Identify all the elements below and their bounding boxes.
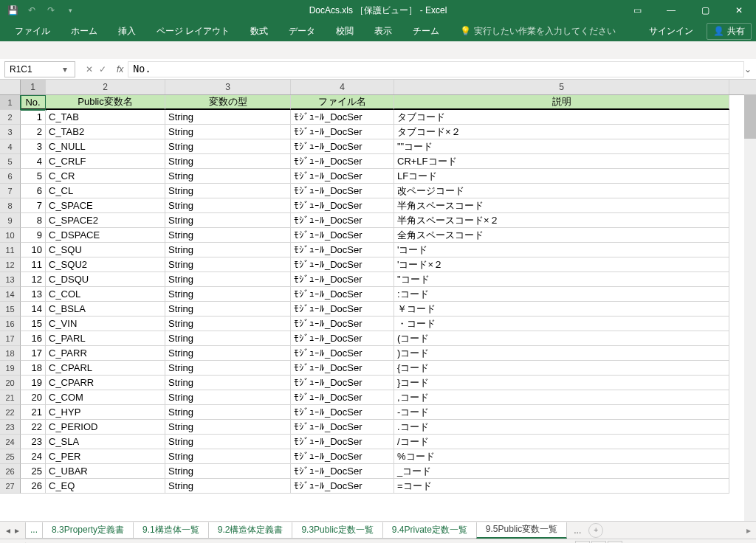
new-sheet-button[interactable]: + xyxy=(588,523,603,538)
cell[interactable]: String xyxy=(165,169,291,184)
cell[interactable]: String xyxy=(165,420,291,435)
cell[interactable]: ﾓｼﾞｭｰﾙ_DocSer xyxy=(291,272,394,287)
name-box[interactable]: R1C1 ▾ xyxy=(4,61,75,77)
cell[interactable]: :コード xyxy=(394,287,729,302)
cell[interactable]: /コード xyxy=(394,435,729,449)
row-header[interactable]: 21 xyxy=(0,390,21,405)
col-header-1[interactable]: 1 xyxy=(21,80,46,94)
cell[interactable]: C_PER xyxy=(46,449,165,464)
scrollbar-thumb[interactable] xyxy=(744,94,756,139)
cell[interactable]: (コード xyxy=(394,331,729,346)
cell[interactable]: 17 xyxy=(21,346,46,361)
cell[interactable]: %コード xyxy=(394,449,729,464)
cell[interactable]: 10 xyxy=(21,243,46,257)
cell[interactable]: C_COM xyxy=(46,390,165,405)
cell[interactable]: 改ページコード xyxy=(394,184,729,198)
cell[interactable]: C_SQU2 xyxy=(46,257,165,272)
cell[interactable]: 18 xyxy=(21,361,46,376)
tab-insert[interactable]: 挿入 xyxy=(108,21,146,41)
row-header[interactable]: 10 xyxy=(0,228,21,243)
cell[interactable]: 半角スペースコード xyxy=(394,198,729,213)
cell[interactable]: 23 xyxy=(21,435,46,449)
cell[interactable]: C_EQ xyxy=(46,479,165,494)
cell[interactable]: ﾓｼﾞｭｰﾙ_DocSer xyxy=(291,361,394,376)
cell[interactable]: String xyxy=(165,435,291,449)
cell[interactable]: String xyxy=(165,198,291,213)
row-header[interactable]: 25 xyxy=(0,449,21,464)
cell[interactable]: ファイル名 xyxy=(291,95,394,110)
row-header[interactable]: 18 xyxy=(0,346,21,361)
row-header[interactable]: 23 xyxy=(0,420,21,435)
cell[interactable]: 5 xyxy=(21,169,46,184)
cell[interactable]: C_NULL xyxy=(46,139,165,154)
cell[interactable]: ﾓｼﾞｭｰﾙ_DocSer xyxy=(291,228,394,243)
close-button[interactable]: ✕ xyxy=(722,0,756,21)
cell[interactable]: String xyxy=(165,287,291,302)
cell[interactable]: 20 xyxy=(21,390,46,405)
cell[interactable]: String xyxy=(165,154,291,169)
cell[interactable]: .コード xyxy=(394,420,729,435)
cell[interactable]: 15 xyxy=(21,317,46,331)
row-header[interactable]: 13 xyxy=(0,272,21,287)
row-header[interactable]: 7 xyxy=(0,184,21,198)
cell[interactable]: 24 xyxy=(21,449,46,464)
select-all-corner[interactable] xyxy=(0,80,21,94)
cell[interactable]: ・コード xyxy=(394,317,729,331)
cancel-formula-icon[interactable]: ✕ xyxy=(86,64,93,75)
share-button[interactable]: 👤 共有 xyxy=(707,23,752,40)
cell[interactable]: 説明 xyxy=(394,95,729,110)
qat-dropdown-icon[interactable]: ▾ xyxy=(63,4,77,17)
cell[interactable]: ﾓｼﾞｭｰﾙ_DocSer xyxy=(291,331,394,346)
cell[interactable]: C_COL xyxy=(46,287,165,302)
cell[interactable]: ﾓｼﾞｭｰﾙ_DocSer xyxy=(291,243,394,257)
cell[interactable]: 7 xyxy=(21,198,46,213)
name-box-dropdown-icon[interactable]: ▾ xyxy=(60,64,70,75)
cell[interactable]: CR+LFコード xyxy=(394,154,729,169)
cell[interactable]: String xyxy=(165,479,291,494)
cell[interactable]: No. xyxy=(21,95,46,110)
cell[interactable]: 半角スペースコード×２ xyxy=(394,213,729,228)
cell[interactable]: 変数の型 xyxy=(165,95,291,110)
cell[interactable]: String xyxy=(165,139,291,154)
cell[interactable]: 21 xyxy=(21,405,46,420)
cell[interactable]: ﾓｼﾞｭｰﾙ_DocSer xyxy=(291,110,394,125)
cell[interactable]: 1 xyxy=(21,110,46,125)
cell[interactable]: _コード xyxy=(394,464,729,479)
cell[interactable]: -コード xyxy=(394,405,729,420)
maximize-button[interactable]: ▢ xyxy=(688,0,722,21)
cell[interactable]: ﾓｼﾞｭｰﾙ_DocSer xyxy=(291,287,394,302)
cell[interactable]: C_SPACE xyxy=(46,198,165,213)
cell[interactable]: String xyxy=(165,228,291,243)
cell[interactable]: ￥コード xyxy=(394,302,729,317)
col-header-3[interactable]: 3 xyxy=(165,80,291,94)
cell[interactable]: C_DSQU xyxy=(46,272,165,287)
tab-data[interactable]: データ xyxy=(278,21,326,41)
minimize-button[interactable]: — xyxy=(654,0,688,21)
row-header[interactable]: 14 xyxy=(0,287,21,302)
tab-overflow-left[interactable]: ... xyxy=(25,522,43,539)
cell[interactable]: ﾓｼﾞｭｰﾙ_DocSer xyxy=(291,125,394,139)
save-icon[interactable]: 💾 xyxy=(6,4,19,17)
vertical-scrollbar[interactable] xyxy=(744,94,756,521)
cell[interactable]: "コード xyxy=(394,272,729,287)
cell[interactable]: ﾓｼﾞｭｰﾙ_DocSer xyxy=(291,420,394,435)
tab-formulas[interactable]: 数式 xyxy=(240,21,278,41)
cell[interactable]: String xyxy=(165,464,291,479)
sheet-tab[interactable]: 9.4Private定数一覧 xyxy=(382,522,477,539)
cell[interactable]: 13 xyxy=(21,287,46,302)
cell[interactable]: ﾓｼﾞｭｰﾙ_DocSer xyxy=(291,317,394,331)
cell[interactable]: 25 xyxy=(21,464,46,479)
page-break-view-button[interactable]: ▭ xyxy=(608,541,622,544)
fx-button[interactable]: fx xyxy=(112,64,128,75)
cell[interactable]: 22 xyxy=(21,420,46,435)
cell[interactable]: 6 xyxy=(21,184,46,198)
cell[interactable]: ﾓｼﾞｭｰﾙ_DocSer xyxy=(291,464,394,479)
row-header[interactable]: 5 xyxy=(0,154,21,169)
tab-file[interactable]: ファイル xyxy=(4,21,61,41)
tell-me[interactable]: 💡 実行したい作業を入力してください xyxy=(450,21,626,41)
cell[interactable]: C_SQU xyxy=(46,243,165,257)
cell[interactable]: {コード xyxy=(394,361,729,376)
cell[interactable]: タブコード xyxy=(394,110,729,125)
cell[interactable]: ﾓｼﾞｭｰﾙ_DocSer xyxy=(291,169,394,184)
cell[interactable]: ﾓｼﾞｭｰﾙ_DocSer xyxy=(291,302,394,317)
